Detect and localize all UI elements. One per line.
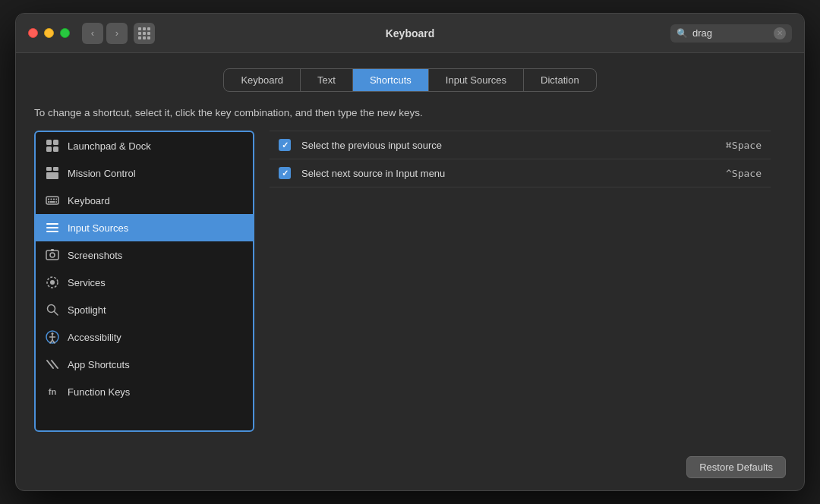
- shortcut-label-next-input: Select next source in Input menu: [301, 168, 715, 179]
- sidebar-label-launchpad-dock: Launchpad & Dock: [68, 140, 151, 152]
- checkmark-prev-input: ✓: [282, 140, 289, 150]
- svg-point-26: [52, 332, 54, 335]
- app-shortcuts-icon: [45, 357, 60, 372]
- svg-point-19: [50, 253, 55, 257]
- svg-rect-8: [48, 199, 49, 200]
- checkbox-next-input[interactable]: ✓: [279, 167, 291, 179]
- maximize-button[interactable]: [60, 28, 70, 38]
- svg-rect-10: [53, 199, 55, 200]
- keyboard-icon: [45, 193, 60, 208]
- tab-input-sources[interactable]: Input Sources: [429, 69, 524, 91]
- search-clear-button[interactable]: ✕: [774, 27, 786, 39]
- sidebar-label-function-keys: Function Keys: [68, 386, 130, 398]
- shortcut-label-prev-input: Select the previous input source: [301, 140, 715, 151]
- sidebar-item-launchpad-dock[interactable]: Launchpad & Dock: [36, 132, 253, 159]
- sidebar-label-keyboard: Keyboard: [68, 195, 110, 206]
- svg-rect-15: [46, 223, 58, 225]
- sidebar-item-function-keys[interactable]: fn Function Keys: [36, 378, 253, 405]
- svg-rect-7: [46, 197, 58, 204]
- svg-rect-12: [48, 201, 49, 203]
- svg-rect-17: [46, 231, 58, 232]
- svg-rect-20: [51, 249, 54, 251]
- shortcut-key-prev-input[interactable]: ⌘Space: [726, 140, 762, 151]
- instruction-text: To change a shortcut, select it, click t…: [34, 107, 786, 118]
- titlebar: ‹ › Keyboard 🔍 ✕: [16, 14, 804, 53]
- sidebar-label-services: Services: [68, 277, 106, 288]
- svg-rect-11: [56, 199, 58, 200]
- sidebar-label-input-sources: Input Sources: [68, 222, 128, 234]
- tab-dictation[interactable]: Dictation: [524, 69, 596, 91]
- grid-button[interactable]: [134, 23, 155, 44]
- forward-button[interactable]: ›: [106, 23, 128, 44]
- bottom-bar: Restore Defaults: [16, 447, 804, 490]
- svg-rect-16: [46, 227, 58, 228]
- sidebar-item-app-shortcuts[interactable]: App Shortcuts: [36, 351, 253, 378]
- content-area: Keyboard Text Shortcuts Input Sources Di…: [16, 53, 804, 447]
- svg-point-21: [50, 280, 55, 285]
- checkbox-prev-input[interactable]: ✓: [279, 139, 291, 151]
- search-input[interactable]: [692, 27, 769, 39]
- minimize-button[interactable]: [44, 28, 54, 38]
- svg-rect-2: [46, 146, 52, 152]
- accessibility-icon: [45, 329, 60, 345]
- tab-keyboard[interactable]: Keyboard: [224, 69, 301, 91]
- screenshots-icon: [45, 247, 60, 263]
- nav-buttons: ‹ ›: [82, 23, 128, 44]
- sidebar-label-accessibility: Accessibility: [68, 332, 121, 343]
- spotlight-icon: [45, 302, 60, 317]
- shortcuts-panel: ✓ Select the previous input source ⌘Spac…: [254, 131, 786, 432]
- svg-rect-1: [53, 140, 58, 145]
- grid-icon: [138, 27, 150, 39]
- svg-rect-18: [46, 250, 58, 260]
- svg-rect-6: [46, 172, 58, 179]
- sidebar-item-input-sources[interactable]: Input Sources: [36, 214, 253, 241]
- back-button[interactable]: ‹: [82, 23, 103, 44]
- sidebar-label-app-shortcuts: App Shortcuts: [68, 359, 130, 370]
- sidebar-item-spotlight[interactable]: Spotlight: [36, 296, 253, 323]
- traffic-lights: [28, 28, 70, 38]
- services-icon: [45, 275, 60, 290]
- sidebar-item-screenshots[interactable]: Screenshots: [36, 241, 253, 269]
- tabs-bar: Keyboard Text Shortcuts Input Sources Di…: [223, 68, 596, 92]
- shortcut-row-next-input: ✓ Select next source in Input menu ^Spac…: [270, 159, 771, 187]
- svg-rect-9: [51, 199, 52, 200]
- svg-rect-3: [53, 146, 58, 152]
- window-title: Keyboard: [386, 27, 435, 39]
- main-window: ‹ › Keyboard 🔍 ✕ Keyboard Text Shortcuts…: [15, 13, 805, 491]
- sidebar: Launchpad & Dock Mission Control: [34, 131, 254, 432]
- launchpad-dock-icon: [45, 138, 60, 153]
- checkmark-next-input: ✓: [282, 169, 289, 178]
- svg-rect-14: [56, 201, 58, 203]
- svg-rect-5: [53, 167, 58, 171]
- search-icon: 🔍: [676, 28, 688, 39]
- sidebar-label-spotlight: Spotlight: [68, 304, 106, 316]
- shortcut-row-prev-input: ✓ Select the previous input source ⌘Spac…: [270, 131, 771, 159]
- sidebar-label-mission-control: Mission Control: [68, 168, 136, 179]
- sidebar-item-services[interactable]: Services: [36, 269, 253, 296]
- svg-rect-4: [46, 167, 52, 171]
- close-button[interactable]: [28, 28, 38, 38]
- svg-line-24: [55, 312, 58, 316]
- search-box[interactable]: 🔍 ✕: [670, 24, 792, 43]
- mission-control-icon: [45, 165, 60, 181]
- tab-shortcuts[interactable]: Shortcuts: [353, 69, 429, 91]
- sidebar-label-screenshots: Screenshots: [68, 250, 122, 261]
- input-sources-icon: [45, 220, 60, 235]
- sidebar-item-accessibility[interactable]: Accessibility: [36, 323, 253, 351]
- main-content: Launchpad & Dock Mission Control: [34, 131, 786, 447]
- shortcut-key-next-input[interactable]: ^Space: [726, 168, 762, 179]
- svg-rect-0: [46, 140, 52, 145]
- svg-rect-13: [50, 201, 55, 203]
- function-keys-icon: fn: [45, 384, 60, 399]
- sidebar-item-keyboard[interactable]: Keyboard: [36, 187, 253, 214]
- sidebar-item-mission-control[interactable]: Mission Control: [36, 159, 253, 187]
- tab-text[interactable]: Text: [301, 69, 353, 91]
- restore-defaults-button[interactable]: Restore Defaults: [686, 456, 786, 478]
